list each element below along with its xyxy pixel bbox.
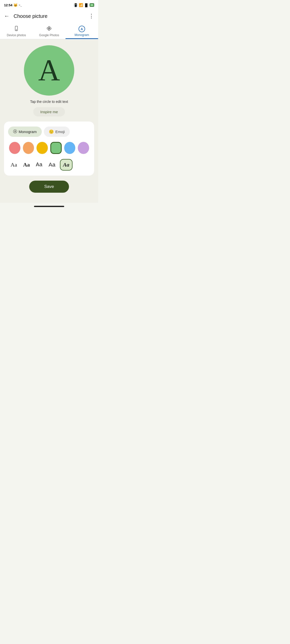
emoji-toggle-label: Emoji	[55, 130, 65, 134]
top-bar: ← Choose picture ⋮	[0, 9, 98, 23]
page-title: Choose picture	[14, 13, 89, 19]
main-content: A Tap the circle to edit text Inspire me…	[0, 39, 98, 203]
color-swatch-yellow[interactable]	[37, 142, 48, 154]
options-card: Ⓐ Monogram 🙂 Emoji Aa Aa Aa Aa Aa	[4, 122, 94, 176]
font-option-serif-bold[interactable]: Aa	[22, 160, 31, 170]
emoji-toggle-icon: 🙂	[49, 129, 54, 134]
font-option-mono[interactable]: Aa	[34, 160, 44, 170]
color-swatch-blue[interactable]	[64, 142, 76, 154]
signal-icon: ▐▌	[84, 3, 89, 7]
toggle-row: Ⓐ Monogram 🙂 Emoji	[8, 127, 90, 137]
tab-device-photos-label: Device photos	[7, 33, 26, 37]
tab-device-photos[interactable]: Device photos	[0, 23, 33, 39]
color-swatch-green[interactable]	[50, 142, 62, 154]
monogram-toggle-icon: Ⓐ	[13, 129, 17, 134]
font-option-serif[interactable]: Aa	[9, 160, 19, 170]
battery-level: 65	[90, 3, 94, 7]
monogram-avatar[interactable]: A	[24, 45, 74, 96]
terminal-icon: >_	[19, 4, 22, 7]
svg-point-1	[16, 30, 17, 30]
status-bar: 12:54 🐱 >_ 📳 📶 ▐▌ 65	[0, 0, 98, 9]
nav-indicator	[34, 206, 64, 207]
font-option-sans[interactable]: Aa	[47, 160, 57, 170]
font-option-script[interactable]: Aa	[60, 159, 72, 171]
emoji-toggle[interactable]: 🙂 Emoji	[44, 127, 70, 137]
tap-hint-text: Tap the circle to edit text	[30, 100, 68, 104]
tab-bar: Device photos Google Photos A Monogram	[0, 23, 98, 39]
inspire-me-button[interactable]: Inspire me	[33, 107, 65, 116]
status-icons: 📳 📶 ▐▌ 65	[74, 3, 94, 7]
time-label: 12:54	[4, 3, 12, 7]
back-button[interactable]: ←	[4, 13, 10, 19]
gphotos-icon	[46, 26, 52, 32]
font-row: Aa Aa Aa Aa Aa	[8, 159, 90, 171]
tab-monogram[interactable]: A Monogram	[65, 23, 98, 39]
wifi-icon: 📶	[79, 3, 83, 7]
color-swatch-pink[interactable]	[9, 142, 20, 154]
vibrate-icon: 📳	[74, 3, 78, 7]
status-time: 12:54 🐱 >_	[4, 3, 22, 7]
color-row	[8, 142, 90, 154]
color-swatch-orange[interactable]	[23, 142, 34, 154]
color-swatch-purple[interactable]	[78, 142, 89, 154]
tab-google-photos-label: Google Photos	[39, 33, 59, 37]
monogram-toggle[interactable]: Ⓐ Monogram	[8, 127, 42, 137]
save-button[interactable]: Save	[29, 181, 69, 193]
device-icon	[14, 26, 19, 32]
more-button[interactable]: ⋮	[89, 13, 94, 19]
monogram-letter: A	[38, 55, 60, 86]
monogram-toggle-label: Monogram	[19, 130, 37, 134]
monogram-icon: A	[79, 26, 85, 32]
tab-monogram-label: Monogram	[75, 33, 89, 37]
cat-icon: 🐱	[13, 3, 18, 7]
tab-google-photos[interactable]: Google Photos	[33, 23, 65, 39]
